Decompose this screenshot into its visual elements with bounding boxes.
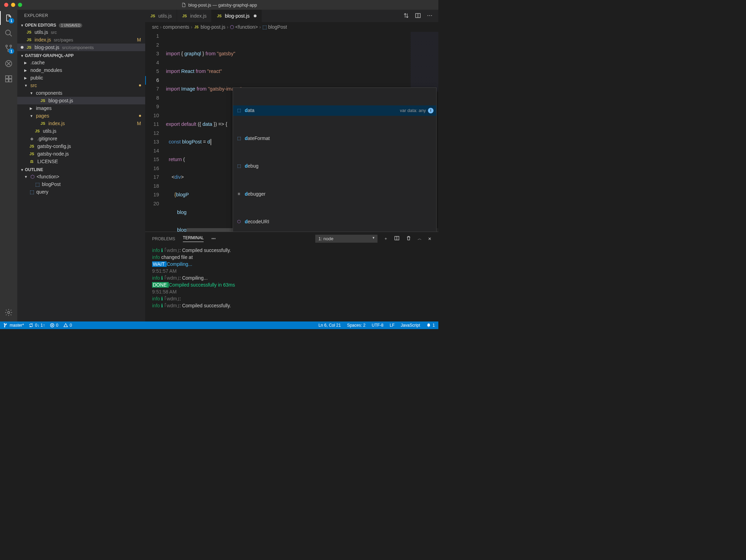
- sidebar-title: EXPLORER: [17, 10, 145, 21]
- modified-marker: M: [137, 121, 141, 126]
- maximize-panel-icon[interactable]: ︿: [418, 236, 422, 242]
- dirty-dot-icon: [21, 46, 24, 49]
- outline-query[interactable]: ⬚query: [17, 189, 145, 195]
- close-window[interactable]: [4, 3, 8, 7]
- panel-tab-problems[interactable]: PROBLEMS: [152, 236, 175, 241]
- breadcrumb[interactable]: src› components› JSblog-post.js› ⬡<funct…: [145, 22, 438, 32]
- svg-point-13: [431, 15, 432, 16]
- cube-icon: ⬡: [30, 174, 35, 179]
- file-gatsby-node[interactable]: JSgatsby-node.js: [17, 150, 145, 158]
- language-mode[interactable]: JavaScript: [401, 323, 420, 328]
- folder-node-modules[interactable]: ▶node_modules: [17, 67, 145, 73]
- indentation[interactable]: Spaces: 2: [347, 323, 365, 328]
- more-icon[interactable]: [427, 12, 433, 20]
- variable-icon: ⬚: [35, 181, 40, 187]
- variable-icon: ⬚: [236, 108, 242, 114]
- js-icon: JS: [40, 98, 46, 103]
- suggestion-item[interactable]: ⬡decodeURI: [233, 217, 436, 227]
- outline-blogpost[interactable]: ⬚blogPost: [17, 181, 145, 187]
- folder-src[interactable]: ▼src: [17, 83, 145, 88]
- open-editors-header[interactable]: ▼ OPEN EDITORS 1 UNSAVED: [17, 22, 145, 28]
- cursor-position[interactable]: Ln 6, Col 21: [318, 323, 341, 328]
- open-editor-index[interactable]: JS index.js src/pages M: [17, 36, 145, 44]
- current-line-indicator: [145, 76, 146, 85]
- notifications[interactable]: 1: [426, 323, 435, 328]
- scm-badge: 1: [9, 48, 14, 54]
- explorer-icon[interactable]: 1: [4, 13, 13, 23]
- compare-icon[interactable]: [403, 12, 409, 20]
- modified-dot-icon: [139, 84, 141, 86]
- new-terminal-icon[interactable]: ＋: [384, 236, 388, 242]
- suggestion-item[interactable]: ⬚ data var data: anyi: [233, 105, 436, 116]
- js-icon: JS: [150, 13, 156, 19]
- js-icon: JS: [26, 45, 32, 50]
- cube-icon: ⬡: [230, 24, 234, 30]
- editor-group: JSutils.js JSindex.js JSblog-post.js src…: [145, 10, 438, 321]
- code-editor[interactable]: 1234567891011121314151617181920 import {…: [145, 32, 438, 232]
- terminal-output[interactable]: info ℹ ｢wdm｣: Compiled successfully. inf…: [145, 245, 438, 321]
- trash-icon[interactable]: [406, 235, 411, 242]
- file-license[interactable]: ⚖LICENSE: [17, 158, 145, 165]
- suggestion-item[interactable]: ≡debugger: [233, 189, 436, 199]
- minimize-window[interactable]: [11, 3, 15, 7]
- split-editor-icon[interactable]: [415, 12, 421, 20]
- svg-rect-7: [9, 79, 12, 82]
- open-editor-blog-post[interactable]: JS blog-post.js src/components: [17, 44, 145, 51]
- svg-point-2: [10, 45, 12, 47]
- split-terminal-icon[interactable]: [394, 235, 400, 242]
- tab-blog-post[interactable]: JSblog-post.js: [212, 10, 262, 22]
- workspace-header[interactable]: ▼ GATSBY-GRAPHQL-APP: [17, 53, 145, 59]
- chevron-down-icon: ▼: [19, 54, 25, 58]
- panel-more-icon[interactable]: •••: [211, 236, 216, 241]
- settings-icon[interactable]: [4, 308, 13, 317]
- tab-index[interactable]: JSindex.js: [177, 10, 212, 22]
- encoding[interactable]: UTF-8: [372, 323, 383, 328]
- intellisense-popup[interactable]: ⬚ data var data: anyi ⬚dateFormat ⬚debug…: [233, 87, 437, 232]
- file-blog-post[interactable]: JSblog-post.js: [17, 97, 145, 104]
- titlebar: blog-post.js — gatsby-graphql-app: [0, 0, 438, 10]
- folder-cache[interactable]: ▶.cache: [17, 60, 145, 65]
- panel-tab-terminal[interactable]: TERMINAL: [183, 235, 204, 242]
- extensions-icon[interactable]: [4, 74, 13, 84]
- file-gatsby-config[interactable]: JSgatsby-config.js: [17, 142, 145, 150]
- close-panel-icon[interactable]: ✕: [428, 236, 431, 241]
- git-sync[interactable]: 0↓ 1↑: [29, 323, 45, 328]
- sidebar: EXPLORER ▼ OPEN EDITORS 1 UNSAVED JS uti…: [17, 10, 145, 321]
- window-controls: [4, 3, 22, 7]
- problems-count[interactable]: 0 0: [50, 323, 72, 328]
- file-utils[interactable]: JSutils.js: [17, 127, 145, 135]
- svg-point-11: [428, 15, 428, 16]
- suggestion-item[interactable]: ⬚debug: [233, 161, 436, 171]
- file-index[interactable]: JSindex.jsM: [17, 120, 145, 127]
- info-icon[interactable]: i: [428, 108, 433, 113]
- git-icon: ◆: [29, 136, 35, 141]
- js-icon: JS: [35, 128, 40, 134]
- modified-marker: M: [137, 37, 141, 43]
- terminal-select[interactable]: 1: node: [315, 235, 377, 243]
- search-icon[interactable]: [4, 28, 13, 38]
- folder-pages[interactable]: ▼pages: [17, 113, 145, 119]
- variable-icon: ⬚: [30, 189, 34, 195]
- scm-icon[interactable]: 1: [4, 44, 13, 53]
- function-icon: ⬡: [236, 219, 242, 225]
- outline-function[interactable]: ▼⬡<function>: [17, 174, 145, 179]
- git-branch[interactable]: master*: [3, 323, 24, 328]
- tab-utils[interactable]: JSutils.js: [145, 10, 177, 22]
- open-editor-utils[interactable]: JS utils.js src: [17, 28, 145, 36]
- license-icon: ⚖: [29, 159, 35, 164]
- debug-icon[interactable]: [4, 59, 13, 68]
- modified-dot-icon: [139, 115, 141, 117]
- code-content[interactable]: import { graphql } from "gatsby" import …: [166, 32, 438, 232]
- chevron-right-icon: ▶: [24, 61, 28, 65]
- folder-components[interactable]: ▼components: [17, 90, 145, 96]
- folder-public[interactable]: ▶public: [17, 75, 145, 81]
- eol[interactable]: LF: [390, 323, 394, 328]
- text-cursor: [211, 139, 211, 145]
- maximize-window[interactable]: [18, 3, 22, 7]
- chevron-down-icon: ▼: [30, 114, 34, 118]
- outline-header[interactable]: ▼ OUTLINE: [17, 167, 145, 173]
- svg-point-12: [429, 15, 430, 16]
- file-gitignore[interactable]: ◆.gitignore: [17, 135, 145, 142]
- folder-images[interactable]: ▶images: [17, 105, 145, 111]
- suggestion-item[interactable]: ⬚dateFormat: [233, 133, 436, 144]
